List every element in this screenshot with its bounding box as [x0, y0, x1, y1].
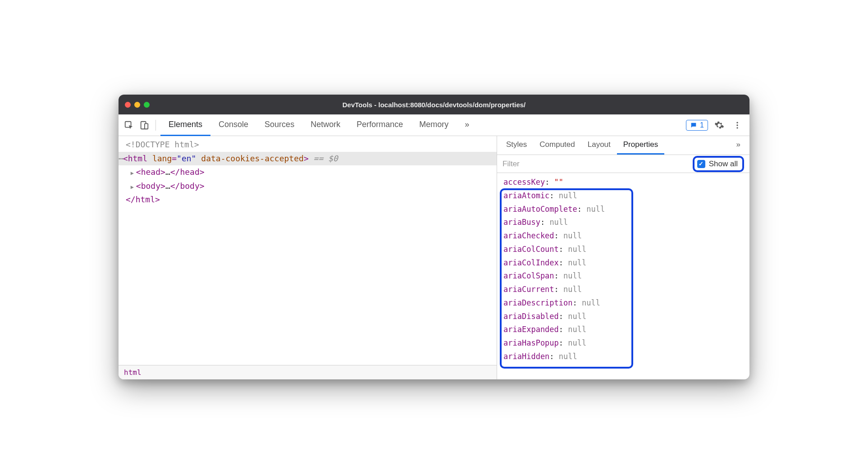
property-row[interactable]: ariaColCount: null — [503, 243, 749, 256]
dom-pane: <!DOCTYPE html> ⋯<html lang="en" data-co… — [119, 136, 497, 379]
divider — [155, 120, 156, 131]
titlebar: DevTools - localhost:8080/docs/devtools/… — [119, 95, 749, 114]
filter-input[interactable] — [503, 160, 688, 169]
property-row[interactable]: ariaCurrent: null — [503, 283, 749, 296]
property-row[interactable]: ariaColSpan: null — [503, 269, 749, 283]
device-toggle-icon[interactable] — [137, 118, 151, 132]
checkbox-checked-icon: ✓ — [697, 160, 705, 168]
svg-rect-2 — [145, 123, 148, 129]
dom-node-html[interactable]: ⋯<html lang="en" data-cookies-accepted> … — [119, 152, 497, 166]
property-row[interactable]: ariaChecked: null — [503, 229, 749, 243]
property-row[interactable]: ariaAtomic: null — [503, 189, 749, 203]
chat-icon — [690, 122, 697, 129]
toolbar-right: 1 — [686, 118, 746, 132]
devtools-window: DevTools - localhost:8080/docs/devtools/… — [119, 95, 749, 379]
property-row[interactable]: ariaDisabled: null — [503, 310, 749, 324]
tab-sources[interactable]: Sources — [256, 114, 302, 136]
sidebar-pane: Styles Computed Layout Properties » ✓ Sh… — [497, 136, 749, 379]
main-toolbar: Elements Console Sources Network Perform… — [119, 114, 749, 136]
dom-tree[interactable]: <!DOCTYPE html> ⋯<html lang="en" data-co… — [119, 136, 497, 365]
main-tabs: Elements Console Sources Network Perform… — [160, 114, 684, 136]
zoom-window-button[interactable] — [144, 102, 150, 108]
tab-console[interactable]: Console — [210, 114, 256, 136]
sidebar-tabs: Styles Computed Layout Properties » — [497, 136, 749, 155]
tab-memory[interactable]: Memory — [411, 114, 457, 136]
tab-performance[interactable]: Performance — [348, 114, 411, 136]
property-row[interactable]: ariaHidden: null — [503, 350, 749, 364]
subtab-properties[interactable]: Properties — [617, 136, 664, 155]
window-title: DevTools - localhost:8080/docs/devtools/… — [119, 101, 749, 109]
minimize-window-button[interactable] — [134, 102, 140, 108]
tab-elements[interactable]: Elements — [160, 114, 210, 136]
dom-node-html-close[interactable]: </html> — [119, 193, 497, 207]
kebab-menu-icon[interactable] — [731, 118, 744, 132]
window-controls — [125, 102, 150, 108]
subtab-computed[interactable]: Computed — [533, 136, 581, 155]
svg-point-3 — [736, 122, 738, 123]
subtab-layout[interactable]: Layout — [581, 136, 617, 155]
tab-network[interactable]: Network — [302, 114, 348, 136]
subtabs-overflow-icon[interactable]: » — [730, 136, 747, 155]
properties-list[interactable]: accessKey: ""ariaAtomic: nullariaAutoCom… — [497, 173, 749, 379]
inspect-element-icon[interactable] — [122, 118, 136, 132]
property-row[interactable]: ariaBusy: null — [503, 216, 749, 229]
content-area: <!DOCTYPE html> ⋯<html lang="en" data-co… — [119, 136, 749, 379]
property-row[interactable]: ariaHasPopup: null — [503, 337, 749, 350]
subtab-styles[interactable]: Styles — [500, 136, 533, 155]
property-row[interactable]: ariaColIndex: null — [503, 256, 749, 270]
show-all-label: Show all — [709, 160, 738, 169]
dom-node-body[interactable]: ▶<body>…</body> — [119, 179, 497, 193]
issues-count: 1 — [700, 121, 704, 129]
dom-doctype[interactable]: <!DOCTYPE html> — [119, 138, 497, 152]
show-all-toggle[interactable]: ✓ Show all — [693, 156, 744, 172]
dom-node-head[interactable]: ▶<head>…</head> — [119, 165, 497, 179]
gear-icon[interactable] — [713, 118, 726, 132]
breadcrumb[interactable]: html — [119, 365, 497, 379]
close-window-button[interactable] — [125, 102, 131, 108]
tabs-overflow-icon[interactable]: » — [457, 114, 477, 136]
filter-row: ✓ Show all — [497, 155, 749, 173]
issues-button[interactable]: 1 — [686, 120, 708, 131]
svg-point-5 — [736, 127, 738, 128]
svg-point-4 — [736, 124, 738, 126]
property-row[interactable]: accessKey: "" — [503, 176, 749, 189]
property-row[interactable]: ariaAutoComplete: null — [503, 203, 749, 216]
property-row[interactable]: ariaExpanded: null — [503, 323, 749, 337]
property-row[interactable]: ariaDescription: null — [503, 296, 749, 310]
